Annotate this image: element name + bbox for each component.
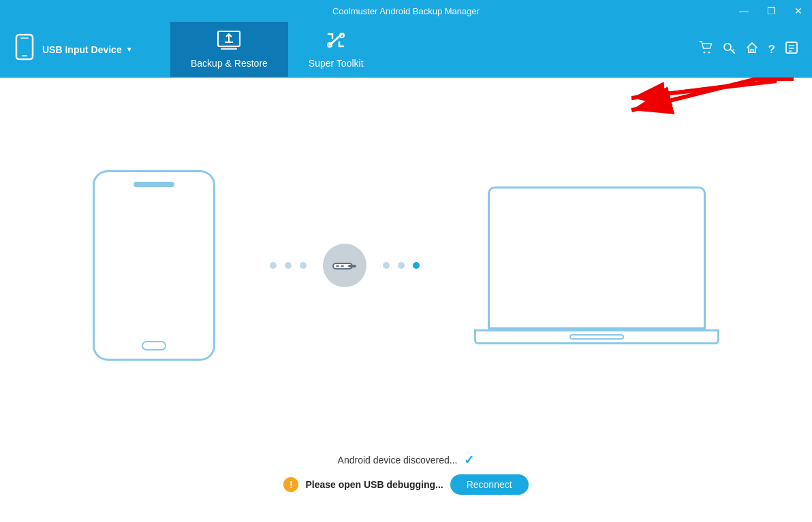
warning-icon: ! [283,477,298,492]
laptop-screen [488,186,706,329]
svg-rect-1 [20,37,29,39]
phone-top-bar [134,182,174,187]
device-name: USB Input Device [42,44,122,55]
toolbar: USB Input Device ▼ Backup & Restore [0,22,812,78]
svg-rect-18 [341,265,344,267]
title-bar: Coolmuster Android Backup Manager — ❐ ✕ [0,0,812,22]
usb-circle [323,244,366,287]
device-section: USB Input Device ▼ [7,33,170,65]
connection-area [0,78,812,453]
svg-point-8 [708,52,710,54]
laptop-illustration [474,186,719,344]
debugging-status-line: ! Please open USB debugging... Reconnect [283,474,528,495]
window-controls: — ❐ ✕ [730,0,812,22]
connection-dots-right [383,262,420,269]
key-icon[interactable] [722,41,736,58]
tab-backup-restore[interactable]: Backup & Restore [170,22,288,77]
svg-rect-10 [751,50,753,52]
check-icon: ✓ [464,453,474,468]
dropdown-arrow-icon[interactable]: ▼ [126,46,133,53]
laptop-notch [569,334,624,340]
tab-super-toolkit[interactable]: Super Toolkit [288,22,384,77]
dot-3 [300,262,307,269]
svg-rect-2 [22,55,27,56]
svg-rect-17 [336,265,339,267]
super-toolkit-icon [324,30,347,55]
debugging-text: Please open USB debugging... [305,479,443,490]
dot-4 [383,262,390,269]
register-icon[interactable] [785,41,798,58]
toolbar-right: ? [699,41,805,58]
main-content: Android device discovered... ✓ ! Please … [0,78,812,522]
cart-icon[interactable] [699,41,713,58]
help-icon[interactable]: ? [768,43,775,56]
svg-rect-16 [348,265,356,267]
status-area: Android device discovered... ✓ ! Please … [283,453,528,522]
app-title: Coolmuster Android Backup Manager [332,6,480,16]
discovered-text: Android device discovered... [338,455,458,466]
laptop-base [474,329,719,344]
home-icon[interactable] [745,41,759,58]
tab-backup-restore-label: Backup & Restore [191,58,268,69]
dot-1 [270,262,277,269]
close-button[interactable]: ✕ [785,0,812,22]
discovered-status-line: Android device discovered... ✓ [338,453,475,468]
dot-6 [413,262,420,269]
phone-screen [100,194,208,334]
connection-dots-left [270,262,307,269]
phone-illustration [93,170,215,361]
device-icon [14,33,35,65]
minimize-button[interactable]: — [730,0,758,22]
maximize-button[interactable]: ❐ [758,0,785,22]
reconnect-button[interactable]: Reconnect [450,474,529,495]
svg-rect-4 [221,48,237,50]
phone-home-button [142,341,166,350]
nav-tabs: Backup & Restore Super Toolkit [170,22,384,77]
dot-5 [398,262,405,269]
backup-restore-icon [217,30,241,55]
svg-point-7 [703,52,705,54]
tab-super-toolkit-label: Super Toolkit [309,58,364,69]
dot-2 [285,262,292,269]
